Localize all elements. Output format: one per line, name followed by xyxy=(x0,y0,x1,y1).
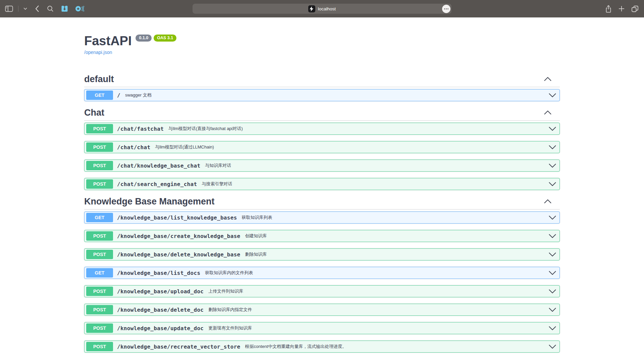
chevron-down-icon xyxy=(549,164,556,168)
endpoint-expand-control[interactable] xyxy=(549,145,556,149)
endpoint-row[interactable]: POST/knowledge_base/update_doc更新现有文件到知识库 xyxy=(84,322,560,334)
toolbar-left-group xyxy=(0,5,84,12)
method-badge: POST xyxy=(86,323,113,333)
section-collapse-control[interactable] xyxy=(544,111,551,115)
endpoint-row[interactable]: POST/chat/fastchat与llm模型对话(直接与fastchat a… xyxy=(84,123,560,135)
section-collapse-control[interactable] xyxy=(544,199,551,203)
section-collapse-control[interactable] xyxy=(544,77,551,81)
method-badge: POST xyxy=(86,342,113,351)
method-badge: POST xyxy=(86,231,113,241)
chevron-down-icon xyxy=(549,216,556,220)
sidebar-menu-button[interactable] xyxy=(23,7,27,10)
section-header[interactable]: default xyxy=(84,74,560,87)
method-badge: POST xyxy=(86,124,113,133)
share-button[interactable] xyxy=(605,5,612,13)
openapi-spec-link[interactable]: /openapi.json xyxy=(84,50,112,55)
chevron-down-icon xyxy=(23,7,27,10)
endpoint-path: /knowledge_base/recreate_vector_store xyxy=(117,344,240,350)
endpoint-path: /knowledge_base/delete_knowledge_base xyxy=(117,251,240,258)
endpoint-expand-control[interactable] xyxy=(549,234,556,238)
endpoint-expand-control[interactable] xyxy=(549,252,556,256)
endpoint-description: 与llm模型对话(通过LLMChain) xyxy=(155,144,214,150)
tab-overview-button[interactable] xyxy=(631,5,639,12)
endpoint-row[interactable]: POST/chat/knowledge_base_chat与知识库对话 xyxy=(84,160,560,172)
method-badge: POST xyxy=(86,179,113,189)
api-section: defaultGET/swagger 文档 xyxy=(84,74,560,101)
api-section: Knowledge Base ManagementGET/knowledge_b… xyxy=(84,196,560,353)
endpoint-expand-control[interactable] xyxy=(549,182,556,186)
swagger-page: FastAPI 0.1.0 OAS 3.1 /openapi.json defa… xyxy=(0,17,644,362)
chevron-down-icon xyxy=(549,308,556,312)
endpoint-path: /chat/search_engine_chat xyxy=(117,181,197,187)
endpoint-row[interactable]: GET/knowledge_base/list_docs获取知识库内的文件列表 xyxy=(84,267,560,279)
endpoint-path: /knowledge_base/list_docs xyxy=(117,270,200,276)
new-tab-button[interactable] xyxy=(619,6,625,12)
chevron-down-icon xyxy=(549,271,556,275)
endpoint-row[interactable]: POST/knowledge_base/create_knowledge_bas… xyxy=(84,230,560,242)
endpoint-row[interactable]: POST/knowledge_base/upload_doc上传文件到知识库 xyxy=(84,285,560,297)
search-button[interactable] xyxy=(47,5,54,12)
url-text: localhost xyxy=(318,6,336,11)
endpoint-expand-control[interactable] xyxy=(549,289,556,293)
browser-toolbar: localhost xyxy=(0,0,644,17)
chevron-up-icon xyxy=(544,199,551,203)
chevron-down-icon xyxy=(549,182,556,186)
method-badge: POST xyxy=(86,287,113,296)
page-settings-button[interactable] xyxy=(442,5,450,13)
endpoint-row[interactable]: POST/chat/search_engine_chat与搜索引擎对话 xyxy=(84,178,560,190)
method-badge: POST xyxy=(86,250,113,259)
endpoint-path: /knowledge_base/upload_doc xyxy=(117,288,204,295)
method-badge: POST xyxy=(86,305,113,314)
endpoint-description: swagger 文档 xyxy=(125,92,152,98)
endpoint-row[interactable]: POST/knowledge_base/delete_knowledge_bas… xyxy=(84,248,560,260)
section-header[interactable]: Chat xyxy=(84,108,560,121)
api-sections: defaultGET/swagger 文档ChatPOST/chat/fastc… xyxy=(84,74,560,353)
endpoint-expand-control[interactable] xyxy=(549,345,556,349)
endpoint-path: /knowledge_base/update_doc xyxy=(117,325,204,331)
method-badge: POST xyxy=(86,142,113,152)
chevron-down-icon xyxy=(549,326,556,330)
tabs-icon xyxy=(631,5,639,12)
endpoint-description: 获取知识库列表 xyxy=(242,215,272,221)
endpoint-expand-control[interactable] xyxy=(549,164,556,168)
api-title: FastAPI xyxy=(84,34,131,48)
endpoint-expand-control[interactable] xyxy=(549,308,556,312)
api-section: ChatPOST/chat/fastchat与llm模型对话(直接与fastch… xyxy=(84,108,560,190)
endpoint-description: 删除知识库内指定文件 xyxy=(208,307,252,313)
chevron-up-icon xyxy=(544,77,551,81)
endpoint-row[interactable]: GET/swagger 文档 xyxy=(84,89,560,101)
endpoint-expand-control[interactable] xyxy=(549,93,556,97)
endpoint-expand-control[interactable] xyxy=(549,271,556,275)
endpoint-row[interactable]: POST/knowledge_base/recreate_vector_stor… xyxy=(84,341,560,353)
method-badge: POST xyxy=(86,161,113,170)
swagger-container: FastAPI 0.1.0 OAS 3.1 /openapi.json defa… xyxy=(84,17,560,353)
endpoint-description: 根据content中文档重建向量库，流式输出处理进度。 xyxy=(245,344,347,350)
lightning-bolt-icon xyxy=(310,6,314,11)
endpoint-row[interactable]: POST/knowledge_base/delete_doc删除知识库内指定文件 xyxy=(84,304,560,316)
address-bar[interactable]: localhost xyxy=(193,4,451,14)
endpoint-expand-control[interactable] xyxy=(549,216,556,220)
endpoint-path: /knowledge_base/list_knowledge_bases xyxy=(117,215,237,221)
api-info-block: FastAPI 0.1.0 OAS 3.1 /openapi.json xyxy=(84,34,560,55)
endpoint-row[interactable]: GET/knowledge_base/list_knowledge_bases获… xyxy=(84,212,560,224)
endpoint-expand-control[interactable] xyxy=(549,127,556,131)
extension-bookmark-button[interactable] xyxy=(61,5,68,12)
endpoint-expand-control[interactable] xyxy=(549,326,556,330)
chevron-down-icon xyxy=(549,289,556,293)
extension-badge-button[interactable] xyxy=(75,5,84,12)
back-button[interactable] xyxy=(35,5,39,12)
section-header[interactable]: Knowledge Base Management xyxy=(84,196,560,209)
endpoint-description: 上传文件到知识库 xyxy=(208,288,243,294)
section-title: Knowledge Base Management xyxy=(84,196,215,206)
endpoint-description: 与搜索引擎对话 xyxy=(202,181,232,187)
endpoint-path: /chat/knowledge_base_chat xyxy=(117,163,200,169)
chevron-down-icon xyxy=(549,234,556,238)
endpoint-row[interactable]: POST/chat/chat与llm模型对话(通过LLMChain) xyxy=(84,141,560,153)
endpoint-description: 更新现有文件到知识库 xyxy=(208,325,252,331)
chevron-down-icon xyxy=(549,345,556,349)
sidebar-toggle-button[interactable] xyxy=(5,5,13,12)
search-icon xyxy=(47,5,54,12)
endpoint-description: 获取知识库内的文件列表 xyxy=(205,270,253,276)
oas-badge: OAS 3.1 xyxy=(154,35,176,42)
version-badge: 0.1.0 xyxy=(136,35,152,42)
